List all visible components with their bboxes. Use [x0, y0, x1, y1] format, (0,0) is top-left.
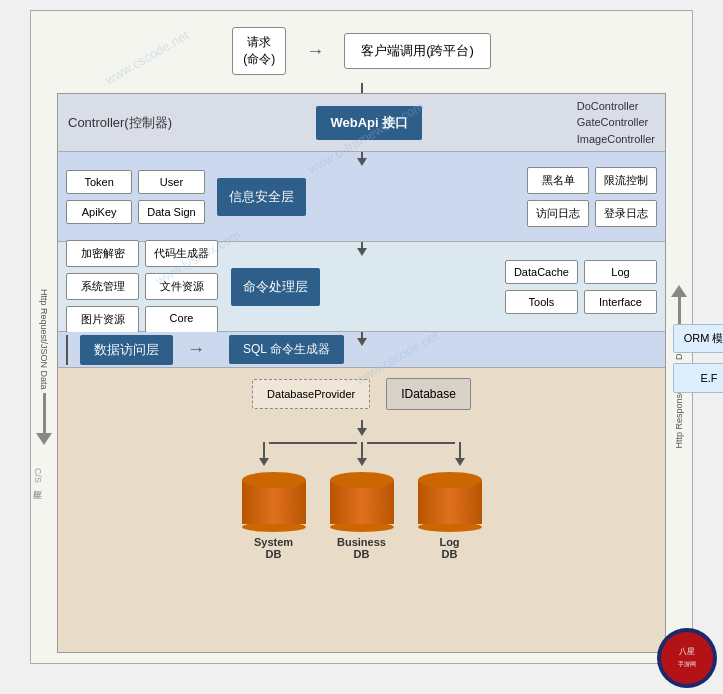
cs-label: C/S框架 [31, 468, 44, 483]
db-provider-row: DatabaseProvider IDatabase [252, 378, 471, 410]
sysadmin-box: 系统管理 [66, 273, 139, 300]
command-left-grid: 加密解密 代码生成器 系统管理 文件资源 图片资源 Core [66, 240, 218, 333]
system-db-cylinder [242, 472, 306, 532]
sec-to-cmd-arrow [357, 242, 367, 256]
ctrl-to-sec-arrow [357, 152, 367, 166]
loginlog-box: 登录日志 [595, 200, 657, 227]
http-left-arrow: Http Request/JSON Data [33, 131, 55, 603]
business-db-label: BusinessDB [337, 536, 386, 560]
svg-text:八星: 八星 [679, 647, 695, 656]
svg-point-1 [661, 632, 713, 684]
security-right-grid: 黑名单 限流控制 访问日志 登录日志 [527, 167, 657, 227]
branch-container [259, 442, 465, 466]
outer-container: 请求 (命令) → 客户端调用(跨平台) Http Request/JSON D… [30, 10, 693, 664]
business-db-cylinder [330, 472, 394, 532]
data-to-sql-arrow: → [187, 339, 205, 360]
security-center: 信息安全层 [217, 178, 306, 216]
controller-row: Controller(控制器) WebApi 接口 DoController G… [58, 94, 665, 152]
security-left-grid: Token User ApiKey Data Sign [66, 170, 205, 224]
codegen-box: 代码生成器 [145, 240, 218, 267]
request-arrow: → [306, 41, 324, 62]
cmd-to-data-arrow [357, 332, 367, 346]
token-box: Token [66, 170, 132, 194]
idatabase-arrow [357, 420, 367, 436]
system-db-top [242, 472, 306, 488]
right-branch [455, 442, 465, 466]
data-access-box: 数据访问层 [80, 335, 173, 365]
encrypt-box: 加密解密 [66, 240, 139, 267]
h-line-right [367, 442, 455, 444]
system-db-label: SystemDB [254, 536, 293, 560]
tools-box: Tools [505, 290, 578, 314]
db-cylinders: SystemDB BusinessDB [242, 472, 482, 560]
left-branch [259, 442, 269, 466]
datacache-box: DataCache [505, 260, 578, 284]
imgresource-box: 图片资源 [66, 306, 139, 333]
db-provider-box: DatabaseProvider [252, 379, 370, 409]
controller-list: DoController GateController ImageControl… [577, 98, 655, 148]
top-section: 请求 (命令) → 客户端调用(跨平台) [31, 19, 692, 83]
interface-box: Interface [584, 290, 657, 314]
blacklist-box: 黑名单 [527, 167, 589, 194]
command-center: 命令处理层 [231, 268, 320, 306]
log-db: LogDB [418, 472, 482, 560]
user-box: User [138, 170, 204, 194]
sql-box: SQL 命令生成器 [229, 335, 344, 364]
log-box: Log [584, 260, 657, 284]
corner-logo: 八星 手游网 [655, 626, 719, 690]
main-frame: Controller(控制器) WebApi 接口 DoController G… [57, 93, 666, 653]
accesslog-box: 访问日志 [527, 200, 589, 227]
system-db: SystemDB [242, 472, 306, 560]
request-box: 请求 (命令) [232, 27, 286, 75]
ef-box: E.F [673, 363, 723, 393]
log-db-label: LogDB [439, 536, 459, 560]
business-db-top [330, 472, 394, 488]
log-db-top [418, 472, 482, 488]
cylinders-section: SystemDB BusinessDB [242, 442, 482, 560]
db-section: DatabaseProvider IDatabase [58, 368, 665, 652]
center-branch [357, 442, 367, 466]
datasign-box: Data Sign [138, 200, 204, 224]
h-line-left [269, 442, 357, 444]
orm-box: ORM 模型 [673, 324, 723, 353]
ratelimit-box: 限流控制 [595, 167, 657, 194]
core-box: Core [145, 306, 218, 333]
idatabase-box: IDatabase [386, 378, 471, 410]
fileresource-box: 文件资源 [145, 273, 218, 300]
orm-ef-section: ORM 模型 E.F [673, 324, 723, 393]
business-db: BusinessDB [330, 472, 394, 560]
client-box: 客户端调用(跨平台) [344, 33, 491, 69]
log-db-cylinder [418, 472, 482, 532]
controller-label: Controller(控制器) [68, 114, 172, 132]
webapi-box: WebApi 接口 [316, 106, 422, 140]
svg-text:手游网: 手游网 [678, 661, 696, 667]
apikey-box: ApiKey [66, 200, 132, 224]
http-left-text: Http Request/JSON Data [39, 289, 49, 390]
command-right-grid: DataCache Log Tools Interface [505, 260, 657, 314]
